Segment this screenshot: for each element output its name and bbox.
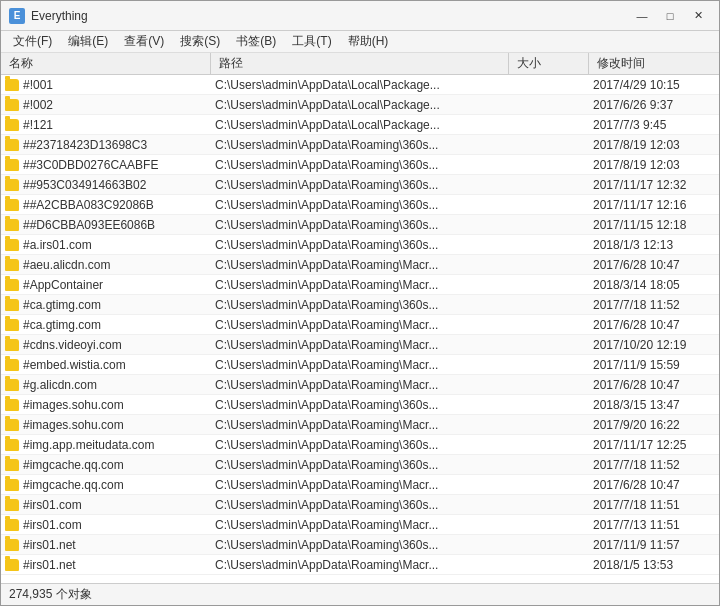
cell-modified: 2018/3/14 18:05 <box>589 275 719 294</box>
table-row[interactable]: #img.app.meitudata.comC:\Users\admin\App… <box>1 435 719 455</box>
cell-path: C:\Users\admin\AppData\Roaming\360s... <box>211 455 509 474</box>
folder-icon <box>5 419 19 431</box>
title-bar: E Everything — □ ✕ <box>1 1 719 31</box>
folder-icon <box>5 359 19 371</box>
column-header-size[interactable]: 大小 <box>509 53 589 74</box>
column-header-modified[interactable]: 修改时间 <box>589 53 719 74</box>
table-row[interactable]: #irs01.comC:\Users\admin\AppData\Roaming… <box>1 495 719 515</box>
cell-path: C:\Users\admin\AppData\Roaming\360s... <box>211 395 509 414</box>
cell-path: C:\Users\admin\AppData\Roaming\360s... <box>211 195 509 214</box>
maximize-button[interactable]: □ <box>657 6 683 26</box>
cell-name: ##23718423D13698C3 <box>1 135 211 154</box>
file-name: #g.alicdn.com <box>23 378 97 392</box>
menu-bookmarks[interactable]: 书签(B) <box>228 31 284 52</box>
cell-path: C:\Users\admin\AppData\Roaming\360s... <box>211 135 509 154</box>
cell-modified: 2017/7/18 11:52 <box>589 295 719 314</box>
table-row[interactable]: #!121C:\Users\admin\AppData\Local\Packag… <box>1 115 719 135</box>
file-name: #ca.gtimg.com <box>23 298 101 312</box>
cell-path: C:\Users\admin\AppData\Roaming\360s... <box>211 215 509 234</box>
cell-modified: 2017/7/13 11:51 <box>589 515 719 534</box>
table-row[interactable]: #ca.gtimg.comC:\Users\admin\AppData\Roam… <box>1 295 719 315</box>
menu-tools[interactable]: 工具(T) <box>284 31 339 52</box>
table-row[interactable]: #irs01.comC:\Users\admin\AppData\Roaming… <box>1 515 719 535</box>
cell-modified: 2017/7/3 9:45 <box>589 115 719 134</box>
table-row[interactable]: #imgcache.qq.comC:\Users\admin\AppData\R… <box>1 455 719 475</box>
cell-modified: 2017/11/17 12:16 <box>589 195 719 214</box>
cell-path: C:\Users\admin\AppData\Roaming\Macr... <box>211 335 509 354</box>
cell-name: #imgcache.qq.com <box>1 475 211 494</box>
cell-name: #a.irs01.com <box>1 235 211 254</box>
table-row[interactable]: #embed.wistia.comC:\Users\admin\AppData\… <box>1 355 719 375</box>
cell-modified: 2017/6/28 10:47 <box>589 475 719 494</box>
cell-name: ##3C0DBD0276CAABFE <box>1 155 211 174</box>
cell-path: C:\Users\admin\AppData\Roaming\Macr... <box>211 415 509 434</box>
cell-name: ##D6CBBA093EE6086B <box>1 215 211 234</box>
table-row[interactable]: ##953C034914663B02C:\Users\admin\AppData… <box>1 175 719 195</box>
cell-path: C:\Users\admin\AppData\Roaming\360s... <box>211 495 509 514</box>
cell-name: #cdns.videoyi.com <box>1 335 211 354</box>
menu-search[interactable]: 搜索(S) <box>172 31 228 52</box>
folder-icon <box>5 219 19 231</box>
file-name: #!002 <box>23 98 53 112</box>
minimize-button[interactable]: — <box>629 6 655 26</box>
table-row[interactable]: #irs01.netC:\Users\admin\AppData\Roaming… <box>1 555 719 575</box>
table-row[interactable]: ##23718423D13698C3C:\Users\admin\AppData… <box>1 135 719 155</box>
cell-modified: 2017/11/17 12:32 <box>589 175 719 194</box>
cell-size <box>509 315 589 334</box>
cell-path: C:\Users\admin\AppData\Roaming\Macr... <box>211 255 509 274</box>
cell-name: #AppContainer <box>1 275 211 294</box>
column-header-name[interactable]: 名称 <box>1 53 211 74</box>
table-body[interactable]: #!001C:\Users\admin\AppData\Local\Packag… <box>1 75 719 583</box>
column-header-path[interactable]: 路径 <box>211 53 509 74</box>
file-name: #irs01.com <box>23 518 82 532</box>
cell-size <box>509 475 589 494</box>
table-row[interactable]: #ca.gtimg.comC:\Users\admin\AppData\Roam… <box>1 315 719 335</box>
folder-icon <box>5 119 19 131</box>
cell-name: #irs01.com <box>1 495 211 514</box>
cell-name: #images.sohu.com <box>1 415 211 434</box>
cell-size <box>509 535 589 554</box>
window-controls: — □ ✕ <box>629 6 711 26</box>
table-row[interactable]: #images.sohu.comC:\Users\admin\AppData\R… <box>1 395 719 415</box>
folder-icon <box>5 159 19 171</box>
cell-name: #imgcache.qq.com <box>1 455 211 474</box>
table-row[interactable]: ##A2CBBA083C92086BC:\Users\admin\AppData… <box>1 195 719 215</box>
menu-view[interactable]: 查看(V) <box>116 31 172 52</box>
close-button[interactable]: ✕ <box>685 6 711 26</box>
table-row[interactable]: #AppContainerC:\Users\admin\AppData\Roam… <box>1 275 719 295</box>
menu-help[interactable]: 帮助(H) <box>340 31 397 52</box>
folder-icon <box>5 319 19 331</box>
cell-modified: 2017/6/28 10:47 <box>589 255 719 274</box>
cell-modified: 2018/1/3 12:13 <box>589 235 719 254</box>
menu-edit[interactable]: 编辑(E) <box>60 31 116 52</box>
table-row[interactable]: #aeu.alicdn.comC:\Users\admin\AppData\Ro… <box>1 255 719 275</box>
table-row[interactable]: #!002C:\Users\admin\AppData\Local\Packag… <box>1 95 719 115</box>
cell-name: #!001 <box>1 75 211 94</box>
table-row[interactable]: #!001C:\Users\admin\AppData\Local\Packag… <box>1 75 719 95</box>
table-row[interactable]: #a.irs01.comC:\Users\admin\AppData\Roami… <box>1 235 719 255</box>
menu-file[interactable]: 文件(F) <box>5 31 60 52</box>
table-row[interactable]: #images.sohu.comC:\Users\admin\AppData\R… <box>1 415 719 435</box>
table-row[interactable]: ##3C0DBD0276CAABFEC:\Users\admin\AppData… <box>1 155 719 175</box>
folder-icon <box>5 259 19 271</box>
table-row[interactable]: ##D6CBBA093EE6086BC:\Users\admin\AppData… <box>1 215 719 235</box>
folder-icon <box>5 379 19 391</box>
file-name: #a.irs01.com <box>23 238 92 252</box>
table-row[interactable]: #cdns.videoyi.comC:\Users\admin\AppData\… <box>1 335 719 355</box>
cell-modified: 2017/11/17 12:25 <box>589 435 719 454</box>
table-row[interactable]: #imgcache.qq.comC:\Users\admin\AppData\R… <box>1 475 719 495</box>
app-icon: E <box>9 8 25 24</box>
cell-size <box>509 195 589 214</box>
file-name: ##A2CBBA083C92086B <box>23 198 154 212</box>
folder-icon <box>5 199 19 211</box>
cell-modified: 2017/11/9 11:57 <box>589 535 719 554</box>
cell-name: #irs01.net <box>1 535 211 554</box>
cell-size <box>509 135 589 154</box>
folder-icon <box>5 459 19 471</box>
table-row[interactable]: #g.alicdn.comC:\Users\admin\AppData\Roam… <box>1 375 719 395</box>
table-row[interactable]: #irs01.netC:\Users\admin\AppData\Roaming… <box>1 535 719 555</box>
file-name: ##23718423D13698C3 <box>23 138 147 152</box>
cell-path: C:\Users\admin\AppData\Roaming\Macr... <box>211 475 509 494</box>
cell-modified: 2017/11/9 15:59 <box>589 355 719 374</box>
cell-modified: 2017/4/29 10:15 <box>589 75 719 94</box>
